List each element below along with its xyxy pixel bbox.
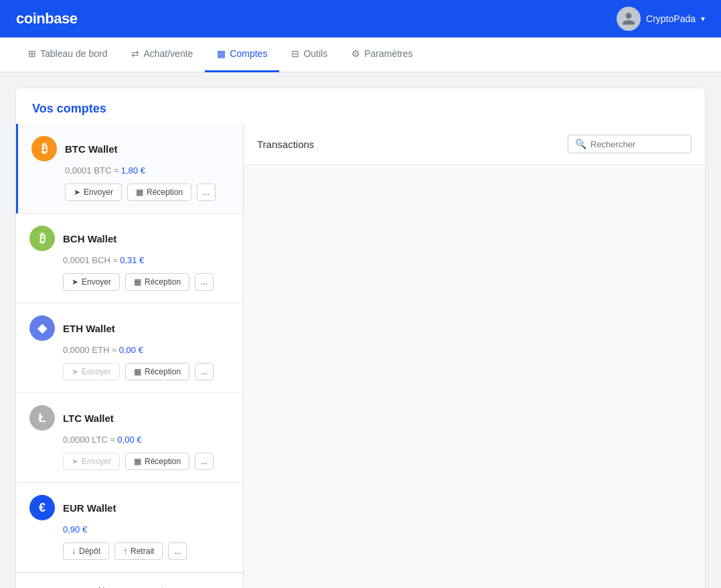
ltc-receive-label: Réception [145,457,181,466]
new-account-button[interactable]: + Nouveau compte [16,573,243,588]
more-icon: ... [201,277,208,287]
search-input[interactable] [590,139,684,149]
bch-balance: 0,0001 BCH ≈ 0,31 € [63,255,230,265]
tools-icon: ⊟ [291,48,299,59]
nav-item-settings[interactable]: ⚙ Paramètres [339,38,424,72]
ltc-approx: ≈ [110,435,118,445]
withdraw-icon: ↑ [123,546,127,556]
buy-sell-icon: ⇄ [131,48,139,59]
bch-more-button[interactable]: ... [195,273,214,291]
user-menu[interactable]: CryptoPada ▾ [617,7,705,31]
send-icon: ➤ [74,188,80,197]
eur-withdraw-label: Retrait [131,546,154,556]
more-icon: ... [174,546,181,556]
more-icon: ... [201,367,208,376]
bch-wallet-name: BCH Wallet [63,233,116,244]
send-icon: ➤ [72,457,78,466]
bch-send-label: Envoyer [82,277,111,287]
eur-deposit-label: Dépôt [79,546,100,556]
btc-send-button[interactable]: ➤ Envoyer [65,183,122,201]
btc-more-button[interactable]: ... [197,183,216,201]
nav-item-accounts[interactable]: ▦ Comptes [205,38,279,72]
btc-balance-fiat: 1,80 € [121,165,145,175]
btc-receive-button[interactable]: ▦ Réception [127,183,191,201]
eth-actions: ➤ Envoyer ▦ Réception ... [63,363,230,380]
ltc-icon: Ł [29,405,55,431]
eur-actions: ↓ Dépôt ↑ Retrait ... [63,542,230,560]
eth-balance-crypto: 0,0000 ETH [63,345,109,355]
wallet-item-eth[interactable]: ◆ ETH Wallet 0,0000 ETH ≈ 0,00 € ➤ Envoy… [16,303,243,393]
eth-receive-button[interactable]: ▦ Réception [125,363,189,380]
avatar [617,7,641,31]
card-title: Vos comptes [16,88,705,124]
nav-item-dashboard[interactable]: ⊞ Tableau de bord [16,38,119,72]
ltc-wallet-name: LTC Wallet [63,413,114,424]
eur-balance: 0,90 € [63,524,230,534]
ltc-balance: 0,0000 LTC ≈ 0,00 € [63,435,230,445]
bch-receive-label: Réception [145,277,181,287]
more-icon: ... [203,188,210,197]
ltc-send-label: Envoyer [82,457,111,466]
wallet-header-ltc: Ł LTC Wallet [29,405,230,431]
ltc-actions: ➤ Envoyer ▦ Réception ... [63,453,230,470]
ltc-more-button[interactable]: ... [195,453,214,470]
eth-more-button[interactable]: ... [195,363,214,380]
card-body: ₿ BTC Wallet 0,0001 BTC ≈ 1,80 € ➤ Envoy… [16,124,705,588]
ltc-receive-button[interactable]: ▦ Réception [125,453,189,470]
btc-icon: ₿ [31,136,57,161]
nav-item-buy-sell[interactable]: ⇄ Achat/vente [119,38,205,72]
wallet-item-btc[interactable]: ₿ BTC Wallet 0,0001 BTC ≈ 1,80 € ➤ Envoy… [16,124,243,214]
accounts-icon: ▦ [217,48,226,59]
eth-balance-fiat: 0,00 € [119,345,143,355]
bch-balance-crypto: 0,0001 BCH [63,255,110,265]
receive-icon: ▦ [136,188,143,197]
eth-icon: ◆ [29,315,55,341]
eur-more-button[interactable]: ... [168,542,187,560]
receive-icon: ▦ [134,367,141,376]
username-label: CryptoPada [646,13,696,24]
bch-icon: ₿ [29,226,55,251]
nav-item-tools[interactable]: ⊟ Outils [279,38,339,72]
eur-deposit-button[interactable]: ↓ Dépôt [63,542,109,560]
btc-actions: ➤ Envoyer ▦ Réception ... [65,183,230,201]
send-icon: ➤ [72,277,78,287]
nav-label-accounts: Comptes [230,48,267,59]
nav-label-tools: Outils [303,48,327,59]
main-content: Vos comptes ₿ BTC Wallet 0,0001 BTC ≈ 1,… [0,72,721,588]
btc-receive-label: Réception [147,188,183,197]
more-icon: ... [201,457,208,466]
bch-balance-fiat: 0,31 € [120,255,144,265]
ltc-send-button[interactable]: ➤ Envoyer [63,453,120,470]
wallet-header-btc: ₿ BTC Wallet [31,136,230,161]
wallet-item-ltc[interactable]: Ł LTC Wallet 0,0000 LTC ≈ 0,00 € ➤ Envoy… [16,393,243,483]
eth-approx: ≈ [112,345,119,355]
bch-send-button[interactable]: ➤ Envoyer [63,273,120,291]
dashboard-icon: ⊞ [28,48,36,59]
eur-wallet-name: EUR Wallet [63,502,116,514]
ltc-balance-crypto: 0,0000 LTC [63,435,108,445]
nav-label-settings: Paramètres [364,48,412,59]
bch-approx: ≈ [112,255,120,265]
transactions-body [244,165,705,588]
bch-receive-button[interactable]: ▦ Réception [125,273,189,291]
chevron-down-icon: ▾ [701,14,705,23]
bch-actions: ➤ Envoyer ▦ Réception ... [63,273,230,291]
eth-wallet-name: ETH Wallet [63,323,115,334]
wallet-list: ₿ BTC Wallet 0,0001 BTC ≈ 1,80 € ➤ Envoy… [16,124,244,588]
eth-balance: 0,0000 ETH ≈ 0,00 € [63,345,230,355]
send-icon: ➤ [72,367,78,376]
search-box[interactable]: 🔍 [568,135,692,153]
wallet-item-bch[interactable]: ₿ BCH Wallet 0,0001 BCH ≈ 0,31 € ➤ Envoy… [16,214,243,303]
deposit-icon: ↓ [72,546,76,556]
navigation: ⊞ Tableau de bord ⇄ Achat/vente ▦ Compte… [0,38,721,72]
wallet-item-eur[interactable]: € EUR Wallet 0,90 € ↓ Dépôt ↑ Retrait [16,483,243,573]
eth-send-button[interactable]: ➤ Envoyer [63,363,120,380]
header: coinbase CryptoPada ▾ [0,0,721,38]
eur-icon: € [29,495,55,520]
transactions-panel: Transactions 🔍 [244,124,705,588]
eur-withdraw-button[interactable]: ↑ Retrait [114,542,163,560]
transactions-title: Transactions [257,139,314,150]
btc-balance-crypto: 0,0001 BTC [65,165,111,175]
wallet-header-eur: € EUR Wallet [29,495,230,520]
eth-receive-label: Réception [145,367,181,376]
